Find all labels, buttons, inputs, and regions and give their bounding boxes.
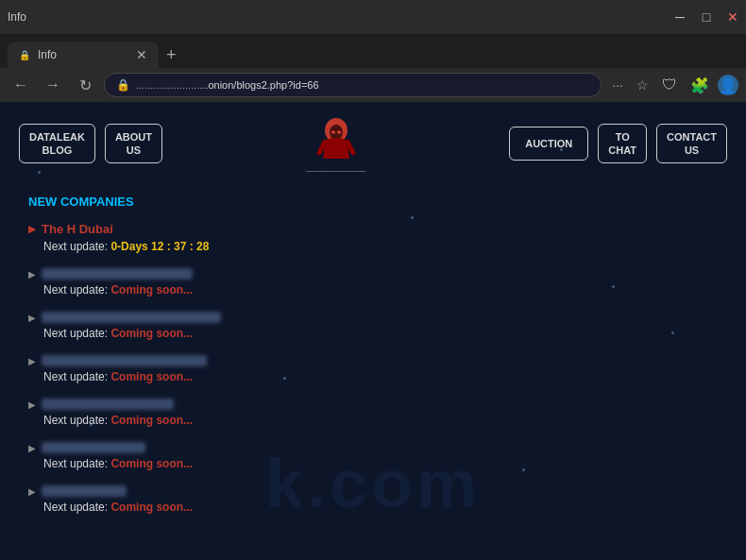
tab-title: Info	[38, 48, 57, 61]
next-update-7: Next update: Coming soon...	[43, 501, 718, 514]
company-entry-5: Next update: Coming soon...	[28, 399, 718, 427]
extension-button[interactable]: 🧩	[686, 75, 714, 96]
browser-title: Info	[8, 10, 26, 24]
company-name-blurred-3	[28, 312, 718, 323]
blur-bar-4	[42, 355, 207, 366]
nav-extras: ··· ☆ 🛡 🧩 👤	[607, 75, 738, 96]
close-button[interactable]: ✕	[727, 9, 738, 25]
company-entry-3: Next update: Coming soon...	[28, 312, 718, 340]
nav-dataleak-blog[interactable]: DATALEAK BLOG	[19, 124, 95, 164]
nav-to-chat[interactable]: TO CHAT	[598, 124, 647, 164]
company-name-1: The H Dubai	[28, 222, 718, 236]
blur-bar-5	[42, 399, 174, 410]
company-entry-4: Next update: Coming soon...	[28, 355, 718, 383]
bookmark-button[interactable]: ☆	[632, 76, 653, 94]
logo-subtext: ──────────	[306, 166, 366, 176]
company-name-blurred-5	[28, 399, 718, 410]
next-update-5: Next update: Coming soon...	[43, 414, 718, 427]
next-update-4: Next update: Coming soon...	[43, 370, 718, 383]
page-content: DATALEAK BLOG ABOUT US ──────────	[0, 102, 746, 560]
maximize-button[interactable]: □	[701, 9, 712, 25]
site-navigation: DATALEAK BLOG ABOUT US ──────────	[0, 102, 746, 185]
more-options-button[interactable]: ···	[607, 76, 628, 94]
reload-button[interactable]: ↻	[72, 72, 98, 98]
blur-bar-2	[42, 268, 193, 280]
nav-about-us[interactable]: ABOUT US	[105, 124, 162, 164]
window-controls: ─ □ ✕	[674, 9, 738, 25]
blur-bar-3	[42, 312, 221, 323]
tab-close-button[interactable]: ✕	[136, 47, 147, 62]
nav-auction[interactable]: AUCTION	[509, 127, 588, 161]
next-update-2: Next update: Coming soon...	[43, 283, 718, 297]
back-button[interactable]: ←	[8, 72, 34, 98]
site-logo: ──────────	[181, 111, 490, 176]
blur-bar-6	[42, 442, 145, 453]
active-tab[interactable]: 🔒 Info ✕	[8, 42, 159, 68]
next-update-6: Next update: Coming soon...	[43, 457, 718, 470]
new-tab-button[interactable]: +	[159, 42, 184, 68]
company-name-blurred-7	[28, 485, 718, 497]
lock-icon: 🔒	[116, 78, 130, 92]
company-entry-7: Next update: Coming soon...	[28, 485, 718, 514]
logo-icon	[314, 111, 359, 164]
company-name-blurred-6	[28, 442, 718, 453]
svg-point-2	[331, 131, 335, 134]
next-update-3: Next update: Coming soon...	[43, 327, 718, 340]
section-title: NEW COMPANIES	[28, 195, 718, 209]
address-bar[interactable]: 🔒 .........................onion/blogs2.…	[104, 73, 602, 97]
minimize-button[interactable]: ─	[674, 9, 686, 25]
title-bar: Info ─ □ ✕	[0, 0, 746, 34]
company-entry-6: Next update: Coming soon...	[28, 442, 718, 470]
next-update-1: Next update: 0-Days 12 : 37 : 28	[43, 240, 718, 253]
company-name-blurred-2	[28, 268, 718, 280]
nav-bar: ← → ↻ 🔒 .........................onion/b…	[0, 68, 746, 102]
company-entry-2: Next update: Coming soon...	[28, 268, 718, 297]
company-entry-1: The H Dubai Next update: 0-Days 12 : 37 …	[28, 222, 718, 253]
forward-button[interactable]: →	[40, 72, 66, 98]
blur-bar-7	[42, 485, 127, 497]
profile-button[interactable]: 👤	[718, 75, 738, 95]
tab-bar: 🔒 Info ✕ +	[0, 34, 746, 68]
company-name-blurred-4	[28, 355, 718, 366]
nav-contact-us[interactable]: CONTACT US	[656, 124, 727, 164]
address-text: .........................onion/blogs2.ph…	[136, 79, 589, 91]
shield-button[interactable]: 🛡	[657, 75, 682, 95]
tab-favicon: 🔒	[19, 50, 30, 60]
svg-point-3	[337, 131, 341, 134]
main-content: NEW COMPANIES The H Dubai Next update: 0…	[0, 185, 746, 538]
